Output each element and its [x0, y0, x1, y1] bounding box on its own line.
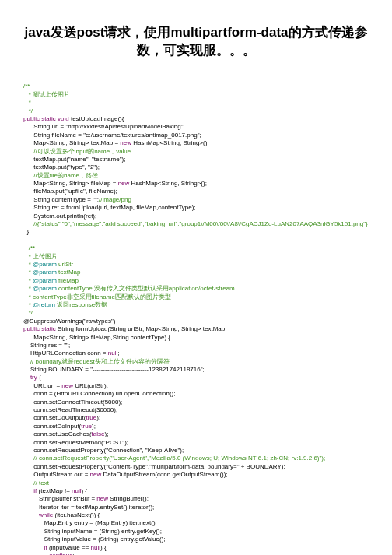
- doctag: @param: [33, 285, 57, 292]
- code: testUploadImage(){: [69, 115, 124, 122]
- comment: //设置file的name，路径: [23, 172, 98, 179]
- code: Map<String, String> fileMap =: [23, 180, 118, 187]
- keyword: public static: [23, 325, 56, 332]
- code: String contentType = "";: [23, 196, 99, 203]
- keyword: public static void: [23, 115, 69, 122]
- code: ) {: [100, 544, 107, 551]
- code: StringBuffer strBuf =: [23, 495, 96, 502]
- code-block: /** * 测试上传图片 * */ public static void tes…: [23, 75, 369, 555]
- doctag: @param: [33, 269, 57, 276]
- comment: *: [23, 269, 33, 276]
- keyword: try: [30, 374, 37, 381]
- code: Iterator iter = textMap.entrySet().itera…: [23, 504, 154, 511]
- comment: * contentType非空采用filename匹配默认的图片类型: [23, 293, 171, 300]
- doctag: @param: [33, 277, 57, 284]
- keyword: new: [90, 471, 102, 478]
- comment: // text: [23, 479, 49, 487]
- code: conn.setRequestProperty("Connection", "K…: [23, 447, 184, 454]
- code: StringBuffer();: [108, 495, 149, 502]
- code: conn.setRequestMethod("POST");: [23, 439, 128, 446]
- code: conn = (HttpURLConnection) url.openConne…: [23, 390, 175, 397]
- comment: *: [23, 99, 31, 106]
- comment: // conn.setRequestProperty("User-Agent",…: [23, 455, 325, 462]
- code: String BOUNDARY = "---------------------…: [23, 366, 205, 373]
- code: String ret = formUpload(url, textMap, fi…: [23, 204, 196, 211]
- keyword: null: [72, 487, 81, 494]
- comment: * 上传图片: [23, 253, 58, 260]
- keyword: null: [91, 544, 100, 551]
- comment: * 测试上传图片: [23, 91, 70, 98]
- keyword: continue: [49, 552, 72, 555]
- code: OutputStream out =: [23, 471, 90, 478]
- code: [23, 511, 39, 518]
- code: [23, 552, 49, 555]
- code: [23, 544, 44, 551]
- comment: */: [23, 309, 33, 316]
- comment: //image/png: [99, 196, 131, 203]
- keyword: null: [108, 350, 117, 357]
- comment: /**: [23, 244, 35, 251]
- comment: *: [23, 285, 33, 292]
- code: );: [105, 430, 109, 437]
- doctag: @param: [33, 261, 57, 268]
- code: [23, 374, 30, 381]
- code: String inputValue = (String) entry.getVa…: [23, 536, 166, 543]
- code: Map<String, String> fileMap,String conte…: [23, 334, 170, 341]
- code: conn.setRequestProperty("Content-Type","…: [23, 463, 285, 470]
- code: conn.setDoInput(: [23, 423, 81, 430]
- code: DataOutputStream(conn.getOutputStream())…: [101, 471, 227, 478]
- comment: textMap: [57, 269, 81, 276]
- code: ) {: [81, 487, 87, 494]
- code: fileMap.put("upfile", fileName);: [23, 188, 117, 195]
- keyword: while: [39, 511, 53, 518]
- code: [23, 487, 33, 494]
- comment: */: [23, 107, 33, 114]
- code: textMap.put("type", "2");: [23, 163, 100, 170]
- code: @SuppressWarnings("rawtypes"): [23, 318, 115, 325]
- code: HttpURLConnection conn =: [23, 350, 108, 357]
- code: conn.setUseCaches(: [23, 430, 92, 437]
- comment: 返回response数据: [55, 301, 107, 308]
- code: conn.setDoOutput(: [23, 414, 86, 421]
- comment: *: [23, 277, 33, 284]
- doctag: @return: [33, 301, 55, 308]
- keyword: new: [96, 495, 108, 502]
- comment: //{"status":"0","message":"add succeed",…: [23, 220, 368, 227]
- comment: urlStr: [57, 261, 73, 268]
- code: conn.setConnectTimeout(5000);: [23, 399, 122, 406]
- code: (iter.hasNext()) {: [53, 511, 100, 518]
- code: (textMap !=: [37, 487, 72, 494]
- code: String inputName = (String) entry.getKey…: [23, 528, 162, 535]
- code: String url = "http://xxxtest/Api/testUpl…: [23, 123, 185, 130]
- comment: // boundary就是request头和上传文件内容的分隔符: [23, 358, 170, 365]
- keyword: new: [120, 139, 131, 146]
- comment: *: [23, 261, 33, 268]
- code: String fileName = "e:/username/textures/…: [23, 132, 201, 139]
- keyword: new: [61, 382, 73, 389]
- code: System.out.println(ret);: [23, 213, 96, 220]
- code: HashMap<String, String>();: [129, 180, 207, 187]
- code: ;: [117, 350, 119, 357]
- comment: *: [23, 301, 33, 308]
- code: );: [92, 423, 96, 430]
- comment: fileMap: [57, 277, 79, 284]
- code: }: [23, 228, 29, 235]
- code: Map.Entry entry = (Map.Entry) iter.next(…: [23, 519, 157, 526]
- code: (inputValue ==: [47, 544, 91, 551]
- keyword: true: [81, 423, 92, 430]
- page-title: java发送post请求，使用multipartform-data的方式传递参数…: [23, 23, 369, 59]
- code: Map<String, String> textMap =: [23, 139, 120, 146]
- code: ;: [73, 552, 75, 555]
- keyword: false: [92, 430, 105, 437]
- code: conn.setReadTimeout(30000);: [23, 406, 117, 413]
- comment: contentType 没有传入文件类型默认采用application/octe…: [57, 285, 235, 292]
- code: URL url =: [23, 382, 61, 389]
- code: );: [96, 414, 100, 421]
- comment: //可以设置多个input的name，value: [23, 148, 131, 155]
- keyword: new: [118, 180, 130, 187]
- code: String res = "";: [23, 342, 70, 349]
- code: HashMap<String, String>();: [131, 139, 209, 146]
- comment: /**: [23, 83, 30, 90]
- code: {: [37, 374, 41, 381]
- code: URL(urlStr);: [73, 382, 108, 389]
